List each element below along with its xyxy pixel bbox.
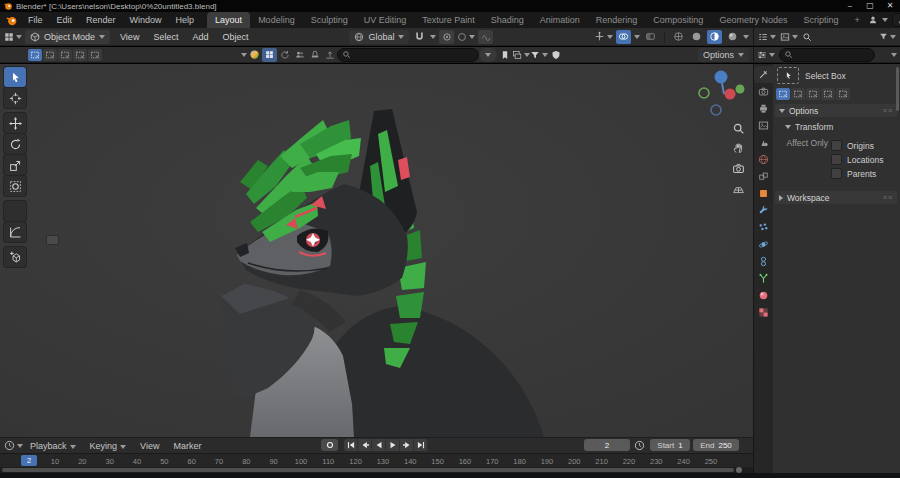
select-mode-intersect[interactable] [88, 49, 102, 61]
checkbox-origins[interactable] [831, 140, 842, 151]
properties-tab-physics[interactable] [754, 236, 773, 253]
playhead[interactable]: 2 [21, 455, 37, 466]
select-mode-new[interactable] [28, 49, 42, 61]
workspace-tab-shading[interactable]: Shading [483, 12, 532, 28]
properties-tab-world[interactable] [754, 151, 773, 168]
bookmark-icon[interactable] [497, 48, 512, 62]
frame-ruler[interactable]: 2 10203040506070809010011012013014015016… [0, 453, 753, 468]
zoom-icon[interactable] [732, 122, 745, 135]
tool-rotate[interactable] [4, 134, 26, 154]
tool-annotate[interactable] [4, 201, 26, 221]
shading-chevron-down-icon[interactable] [743, 35, 749, 39]
shading-material-button[interactable] [707, 30, 722, 44]
3d-viewport[interactable] [0, 64, 753, 437]
workspace-tab-geometry-nodes[interactable]: Geometry Nodes [711, 12, 795, 28]
tool-mode-new[interactable] [776, 88, 790, 100]
stamp-icon[interactable] [307, 48, 322, 62]
workspace-tab-layout[interactable]: Layout [207, 12, 250, 28]
proportional-editing-button[interactable] [457, 30, 475, 44]
select-mode-extend[interactable] [43, 49, 57, 61]
viewport-menu-view[interactable]: View [113, 29, 146, 45]
menu-window[interactable]: Window [123, 12, 169, 28]
play-button[interactable] [386, 439, 400, 451]
transform-subpanel-header[interactable]: Transform [773, 117, 899, 134]
properties-tab-particles[interactable] [754, 219, 773, 236]
pan-hand-icon[interactable] [732, 142, 745, 155]
properties-tab-object[interactable] [754, 185, 773, 202]
snap-toggle-button[interactable] [412, 30, 427, 44]
properties-tab-modifiers[interactable] [754, 202, 773, 219]
shading-wireframe-button[interactable] [671, 30, 686, 44]
tool-select-box[interactable] [4, 67, 26, 87]
scene-selector[interactable]: Scene [892, 13, 900, 27]
jump-start-button[interactable] [344, 439, 358, 451]
filter-collapse-button[interactable] [479, 48, 497, 62]
tool-search-input[interactable] [337, 48, 479, 62]
select-mode-subtract[interactable] [58, 49, 72, 61]
menu-help[interactable]: Help [169, 12, 202, 28]
properties-tab-collection[interactable] [754, 168, 773, 185]
tool-cursor[interactable] [4, 88, 26, 108]
scene-browse-icon[interactable] [868, 15, 878, 25]
properties-filter-chevron-icon[interactable] [891, 53, 897, 57]
active-tool-row[interactable]: Select Box [773, 64, 899, 87]
properties-editor-type-button[interactable] [757, 48, 775, 62]
show-gizmo-button[interactable] [594, 30, 613, 44]
snap-target-button[interactable] [439, 30, 454, 44]
properties-search-input[interactable] [779, 48, 875, 62]
orientation-dropdown[interactable]: Global [349, 30, 409, 44]
tool-add-cube[interactable] [4, 247, 26, 267]
snap-chevron-down-icon[interactable] [430, 35, 436, 39]
timeline-menu-keying[interactable]: Keying [83, 438, 134, 454]
outliner-editor-type-button[interactable] [758, 30, 776, 44]
timeline-menu-playback[interactable]: Playback [23, 438, 83, 454]
tool-measure[interactable] [4, 222, 26, 242]
properties-tab-scene[interactable] [754, 134, 773, 151]
prev-keyframe-button[interactable] [358, 439, 372, 451]
add-workspace-button[interactable]: + [846, 12, 867, 28]
workspace-tab-rendering[interactable]: Rendering [588, 12, 646, 28]
blender-menu-icon[interactable] [2, 15, 21, 26]
menu-render[interactable]: Render [79, 12, 123, 28]
filter-funnel-button[interactable] [530, 48, 548, 62]
select-mode-invert[interactable] [73, 49, 87, 61]
properties-tab-constraints[interactable] [754, 253, 773, 270]
workspace-tab-sculpting[interactable]: Sculpting [303, 12, 356, 28]
outliner-filter-button[interactable] [879, 30, 896, 44]
properties-tab-material[interactable] [754, 287, 773, 304]
workspace-tab-scripting[interactable]: Scripting [795, 12, 846, 28]
camera-view-icon[interactable] [732, 162, 745, 175]
timeline-editor-type-button[interactable] [4, 439, 23, 453]
minimize-button[interactable]: – [840, 0, 860, 12]
options-dropdown[interactable]: Options [698, 48, 749, 62]
outliner-display-mode-button[interactable] [780, 30, 798, 44]
auto-keying-icon[interactable] [634, 440, 645, 451]
current-frame-field[interactable]: 2 [584, 439, 630, 451]
options-panel-header[interactable]: Options≡≡ [775, 104, 897, 117]
xray-toggle-button[interactable] [643, 30, 658, 44]
overlay-option-button[interactable] [262, 48, 277, 62]
properties-tab-render[interactable] [754, 83, 773, 100]
tool-scale[interactable] [4, 155, 26, 175]
checkbox-locations[interactable] [831, 154, 842, 165]
shading-rendered-button[interactable] [725, 30, 740, 44]
matcap-sphere-icon[interactable] [247, 48, 262, 62]
refresh-icon[interactable] [277, 48, 292, 62]
record-button[interactable] [321, 439, 338, 451]
menu-edit[interactable]: Edit [50, 12, 80, 28]
properties-scrollbar[interactable] [896, 67, 899, 111]
frame-start-field[interactable]: Start 1 [650, 439, 690, 451]
maximize-button[interactable]: ▢ [860, 0, 880, 12]
workspace-tab-modeling[interactable]: Modeling [250, 12, 303, 28]
export-up-icon[interactable] [322, 48, 337, 62]
next-keyframe-button[interactable] [400, 439, 414, 451]
close-button[interactable]: ✕ [880, 0, 900, 12]
mode-dropdown[interactable]: Object Mode [25, 30, 110, 44]
viewport-menu-select[interactable]: Select [146, 29, 185, 45]
perspective-grid-icon[interactable] [732, 182, 745, 195]
show-overlays-button[interactable] [616, 30, 631, 44]
play-reverse-button[interactable] [372, 439, 386, 451]
tool-mode-extend[interactable] [791, 88, 805, 100]
tool-mode-intersect[interactable] [836, 88, 850, 100]
tool-mode-subtract[interactable] [806, 88, 820, 100]
